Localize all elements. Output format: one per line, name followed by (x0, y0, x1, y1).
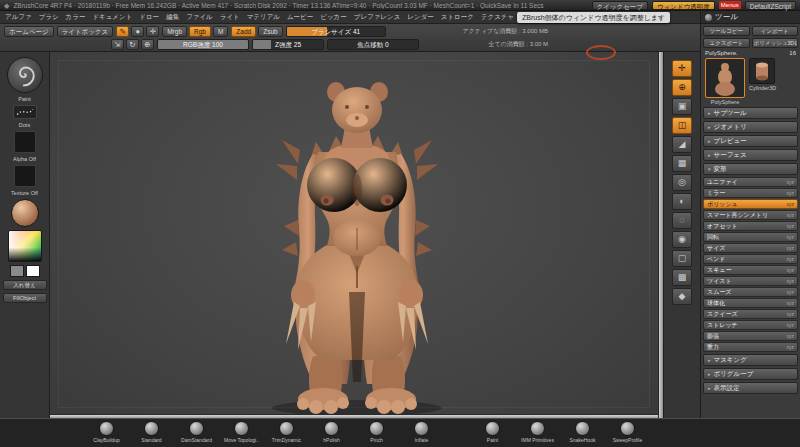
homepage-button[interactable]: ホームページ (4, 26, 54, 37)
gizmo-icon[interactable]: ⊕ (141, 39, 154, 50)
palette-section[interactable]: ▸マスキング (703, 354, 798, 366)
current-tool-thumbnail[interactable] (705, 58, 745, 98)
actual-size-icon[interactable]: ▣ (672, 98, 692, 115)
brush-preset[interactable]: Standard (129, 421, 174, 447)
draw-pointer-icon[interactable]: ● (131, 26, 144, 37)
main-color-swatch[interactable] (10, 265, 24, 277)
menu-item[interactable]: レンダー (407, 13, 433, 22)
brush-preset[interactable]: DamStandard (174, 421, 219, 447)
switch-color-button[interactable]: 入れ替え (3, 280, 47, 290)
material-selector[interactable] (11, 199, 39, 227)
scale-icon[interactable]: ⇲ (111, 39, 124, 50)
brush-preset[interactable]: IMM Primitives (515, 421, 560, 447)
palette-section[interactable]: ▸プレビュー (703, 135, 798, 147)
deform-slider[interactable]: ユニファイxyz (703, 177, 798, 187)
brush-preset[interactable]: Paint (470, 421, 515, 447)
menu-item[interactable]: アルファ (5, 13, 32, 22)
menu-item[interactable]: ピッカー (320, 13, 346, 22)
palette-section[interactable]: ▸サブツール (703, 107, 798, 119)
fill-object-button[interactable]: FillObject (3, 293, 47, 303)
deform-slider[interactable]: ミラーxyz (703, 188, 798, 198)
secondary-color-swatch[interactable] (26, 265, 40, 277)
deform-slider[interactable]: スクイーズxyz (703, 309, 798, 319)
brush-size-slider[interactable]: ブラシサイズ 41 (286, 26, 386, 37)
menu-item[interactable]: ドロー (139, 13, 159, 22)
menu-item[interactable]: テクスチャ (481, 13, 514, 22)
menu-item[interactable]: カラー (66, 13, 86, 22)
alpha-selector[interactable] (14, 131, 36, 153)
edit-object-icon[interactable]: ✎ (116, 26, 129, 37)
aa-half-icon[interactable]: ◫ (672, 117, 692, 134)
brush-preset[interactable]: ClayBuildup (84, 421, 129, 447)
palette-section[interactable]: ▸表示設定 (703, 382, 798, 394)
menu-item[interactable]: 編集 (166, 13, 179, 22)
silhouette-icon[interactable]: ◆ (672, 288, 692, 305)
sculpt-mode-button[interactable]: Zadd (231, 26, 256, 37)
default-zscript-button[interactable]: DefaultZScript (745, 1, 796, 10)
paint-mode-button[interactable]: M (213, 26, 228, 37)
polyframe-icon[interactable]: ▩ (672, 269, 692, 286)
rotate-icon[interactable]: ↻ (126, 39, 139, 50)
focal-shift-slider[interactable]: 焦点移動 0 (327, 39, 419, 50)
menu-item[interactable]: ストローク (441, 13, 474, 22)
tool-slot-thumbnail[interactable] (749, 58, 775, 84)
document-canvas[interactable] (50, 52, 658, 418)
palette-section[interactable]: ▸サーフェス (703, 149, 798, 161)
brush-preset[interactable]: SnakeHook (560, 421, 605, 447)
ghost-icon[interactable]: ◌ (672, 212, 692, 229)
quicksave-button[interactable]: クイックセーブ (592, 1, 648, 10)
menu-item[interactable]: ファイル (186, 13, 213, 22)
palette-section[interactable]: ▸ポリグループ (703, 368, 798, 380)
brush-preset[interactable]: hPolish (309, 421, 354, 447)
brush-preset[interactable]: Pinch (354, 421, 399, 447)
paint-mode-button[interactable]: Rgb (189, 26, 211, 37)
deform-slider[interactable]: 重力xyz (703, 342, 798, 352)
zoom-canvas-icon[interactable]: ⊕ (672, 79, 692, 96)
floor-grid-icon[interactable]: ▦ (672, 155, 692, 172)
deform-slider[interactable]: スキューxyz (703, 265, 798, 275)
sculpt-mode-button[interactable]: Zsub (258, 26, 282, 37)
persp-icon[interactable]: ◢ (672, 136, 692, 153)
menu-item[interactable]: ドキュメント (92, 13, 132, 22)
frame-icon[interactable]: ▢ (672, 250, 692, 267)
current-brush-icon[interactable] (7, 57, 43, 93)
z-intensity-slider[interactable]: Z強度 25 (252, 39, 324, 50)
menu-item[interactable]: ムービー (287, 13, 313, 22)
menu-item[interactable]: ライト (220, 13, 240, 22)
deform-slider[interactable]: 回転xyz (703, 232, 798, 242)
window-opacity-slider[interactable]: ウィンドウ透明度 (652, 1, 715, 10)
stroke-type-icon[interactable] (13, 105, 37, 119)
transparency-icon[interactable]: ◐ (672, 193, 692, 210)
menu-item[interactable]: マテリアル (247, 13, 280, 22)
deform-slider[interactable]: オフセットxyz (703, 221, 798, 231)
lightbox-button[interactable]: ライトボックス (57, 26, 114, 37)
deform-slider[interactable]: スムーズxyz (703, 287, 798, 297)
brush-preset[interactable]: TrimDynamic (264, 421, 309, 447)
deform-slider[interactable]: 球体化xyz (703, 298, 798, 308)
rgb-intensity-slider[interactable]: RGB強度 100 (157, 39, 249, 50)
tool-palette-header[interactable]: ツール (701, 11, 800, 24)
brush-preset[interactable]: SweepProfile (605, 421, 650, 447)
deform-slider[interactable]: ストレッチxyz (703, 320, 798, 330)
deform-slider[interactable]: ベンドxyz (703, 254, 798, 264)
paint-mode-button[interactable]: Mrgb (162, 26, 187, 37)
solo-icon[interactable]: ◉ (672, 231, 692, 248)
scroll-canvas-icon[interactable]: ✛ (672, 60, 692, 77)
deform-slider[interactable]: 膨張xyz (703, 331, 798, 341)
palette-section-deformation[interactable]: ▾変形 (703, 163, 798, 175)
menu-item[interactable]: プレファレンス (354, 13, 401, 22)
texture-selector[interactable] (14, 165, 36, 187)
deform-slider[interactable]: ツイストxyz (703, 276, 798, 286)
deform-slider[interactable]: ポリッシュxyz (703, 199, 798, 209)
deform-slider[interactable]: スマート再シンメトリxyz (703, 210, 798, 220)
menu-item[interactable]: ブラシ (39, 13, 59, 22)
deform-slider[interactable]: サイズxyz (703, 243, 798, 253)
brush-preset[interactable]: Inflate (399, 421, 444, 447)
brush-preset[interactable]: Move Topologi.. (219, 421, 264, 447)
tool-action-button[interactable]: ツールコピー (703, 26, 750, 36)
move-icon[interactable]: ✛ (146, 26, 159, 37)
tool-action-button[interactable]: インポート (752, 26, 799, 36)
color-picker[interactable] (8, 230, 42, 262)
palette-section[interactable]: ▸ジオメトリ (703, 121, 798, 133)
tool-action-button[interactable]: エクスポート (703, 38, 750, 48)
